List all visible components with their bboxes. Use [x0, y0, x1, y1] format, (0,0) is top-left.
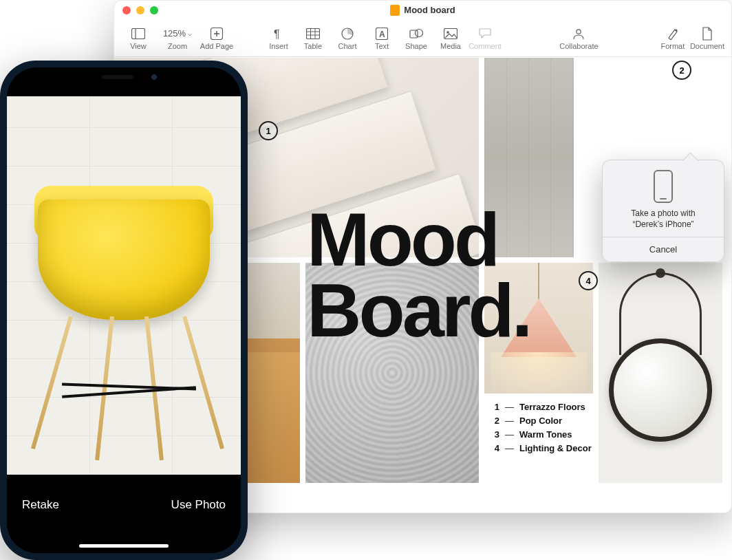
legend-row-1: 1 — Terrazzo Floors	[490, 400, 607, 414]
insert-label: Insert	[269, 42, 288, 50]
comment-label: Comment	[469, 42, 502, 50]
table-label: Table	[304, 42, 322, 50]
collaborate-label: Collaborate	[559, 42, 598, 50]
svg-text:¶: ¶	[274, 28, 280, 40]
popover-cancel-button[interactable]: Cancel	[603, 237, 724, 261]
popover-text-line2: “Derek’s iPhone”	[611, 219, 715, 230]
annotation-1: 1	[259, 121, 278, 140]
legend[interactable]: 1 — Terrazzo Floors 2 — Pop Color 3 — Wa…	[490, 400, 607, 456]
popover-text-line1: Take a photo with	[611, 208, 715, 219]
collaborate-button[interactable]: Collaborate	[551, 27, 606, 50]
close-window-button[interactable]	[122, 6, 131, 14]
svg-point-19	[675, 29, 677, 31]
table-button[interactable]: Table	[296, 27, 330, 50]
annotation-4: 4	[579, 271, 598, 290]
iphone-notch	[69, 67, 179, 87]
toolbar: View 125% Zoom Add Page ¶ Insert Table	[114, 20, 731, 57]
document-button[interactable]: Document	[690, 27, 724, 50]
svg-point-18	[577, 29, 581, 33]
camera-photo-preview[interactable]	[7, 96, 241, 475]
pilcrow-icon: ¶	[273, 27, 284, 41]
legend-row-4: 4 — Lighting & Decor	[490, 442, 607, 455]
titlebar: Mood board	[114, 1, 731, 20]
popover-body: Take a photo with “Derek’s iPhone”	[603, 160, 724, 237]
continuity-camera-popover: Take a photo with “Derek’s iPhone” Cance…	[602, 160, 724, 262]
view-label: View	[130, 42, 147, 50]
minimize-window-button[interactable]	[136, 6, 144, 14]
window-title-text: Mood board	[404, 5, 455, 15]
svg-rect-0	[132, 28, 145, 39]
image-hanging-mirror[interactable]	[599, 263, 722, 483]
zoom-label: Zoom	[168, 42, 187, 50]
svg-point-15	[416, 29, 423, 36]
comment-icon	[478, 27, 492, 41]
chart-button[interactable]: Chart	[330, 27, 365, 50]
retake-button[interactable]: Retake	[22, 498, 59, 512]
view-button[interactable]: View	[121, 27, 155, 50]
text-icon: A	[376, 27, 388, 41]
annotation-2: 2	[672, 61, 691, 80]
chart-label: Chart	[338, 42, 357, 50]
iphone-device: Retake Use Photo	[0, 61, 248, 560]
document-icon	[390, 5, 400, 16]
legend-row-3: 3 — Warm Tones	[490, 428, 607, 442]
window-title: Mood board	[114, 5, 731, 16]
heading-line-1: Mood	[307, 204, 530, 274]
traffic-lights	[122, 6, 158, 14]
chart-icon	[341, 27, 354, 41]
collaborate-icon	[571, 27, 586, 41]
zoom-button[interactable]: 125% Zoom	[155, 27, 200, 50]
text-button[interactable]: A Text	[365, 27, 399, 50]
media-icon	[444, 27, 458, 41]
sidebar-icon	[131, 27, 145, 41]
svg-rect-6	[307, 28, 320, 39]
iphone-icon	[654, 170, 673, 203]
media-label: Media	[440, 42, 461, 50]
svg-text:A: A	[379, 30, 385, 39]
format-button[interactable]: Format	[656, 27, 690, 50]
add-page-label: Add Page	[200, 42, 233, 50]
svg-rect-14	[410, 30, 418, 38]
format-icon	[667, 27, 679, 41]
add-page-button[interactable]: Add Page	[200, 27, 234, 50]
iphone-screen: Retake Use Photo	[7, 67, 241, 553]
comment-button[interactable]: Comment	[468, 27, 502, 50]
svg-point-17	[446, 31, 449, 34]
media-button[interactable]: Media	[433, 27, 468, 50]
text-label: Text	[375, 42, 389, 50]
shape-button[interactable]: Shape	[399, 27, 433, 50]
shape-icon	[409, 27, 423, 41]
shape-label: Shape	[405, 42, 427, 50]
document-heading[interactable]: Mood Board.	[307, 204, 530, 346]
document-icon-toolbar	[702, 27, 713, 41]
heading-line-2: Board.	[307, 274, 530, 345]
document-label: Document	[690, 42, 724, 50]
table-icon	[306, 27, 320, 41]
plus-page-icon	[211, 27, 223, 41]
home-indicator[interactable]	[79, 544, 169, 548]
zoom-value: 125%	[163, 27, 192, 41]
zoom-window-button[interactable]	[150, 6, 158, 14]
insert-button[interactable]: ¶ Insert	[261, 27, 296, 50]
use-photo-button[interactable]: Use Photo	[171, 498, 226, 512]
format-label: Format	[660, 42, 685, 50]
camera-bottom-bar: Retake Use Photo	[7, 475, 241, 553]
legend-row-2: 2 — Pop Color	[490, 414, 607, 428]
